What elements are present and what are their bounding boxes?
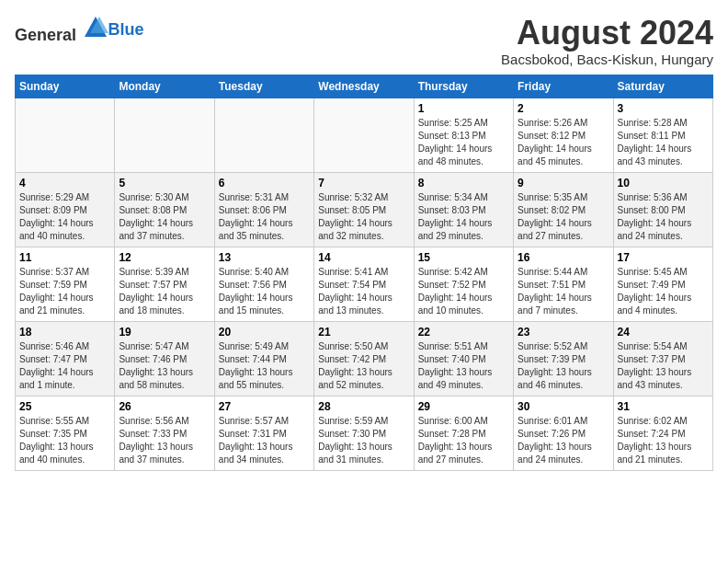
calendar-cell: 13Sunrise: 5:40 AM Sunset: 7:56 PM Dayli… — [214, 247, 313, 321]
day-detail: Sunrise: 6:01 AM Sunset: 7:26 PM Dayligh… — [518, 415, 609, 466]
day-number: 1 — [418, 102, 509, 115]
calendar-cell: 27Sunrise: 5:57 AM Sunset: 7:31 PM Dayli… — [214, 396, 313, 470]
calendar-cell: 23Sunrise: 5:52 AM Sunset: 7:39 PM Dayli… — [514, 321, 613, 396]
day-number: 4 — [19, 177, 110, 190]
logo: General Blue — [15, 15, 144, 45]
calendar-cell: 9Sunrise: 5:35 AM Sunset: 8:02 PM Daylig… — [514, 172, 613, 247]
calendar-cell: 29Sunrise: 6:00 AM Sunset: 7:28 PM Dayli… — [414, 396, 513, 470]
day-detail: Sunrise: 5:40 AM Sunset: 7:56 PM Dayligh… — [219, 266, 310, 317]
day-number: 5 — [119, 177, 210, 190]
day-number: 23 — [518, 326, 609, 339]
day-number: 13 — [219, 251, 310, 264]
day-detail: Sunrise: 5:42 AM Sunset: 7:52 PM Dayligh… — [418, 266, 509, 317]
logo-icon — [83, 15, 108, 40]
day-detail: Sunrise: 5:56 AM Sunset: 7:33 PM Dayligh… — [119, 415, 210, 466]
day-detail: Sunrise: 5:46 AM Sunset: 7:47 PM Dayligh… — [19, 340, 110, 392]
calendar-cell: 12Sunrise: 5:39 AM Sunset: 7:57 PM Dayli… — [115, 247, 214, 321]
page-header: General Blue August 2024 Bacsbokod, Bacs… — [15, 15, 713, 67]
day-detail: Sunrise: 5:30 AM Sunset: 8:08 PM Dayligh… — [119, 191, 210, 243]
calendar-cell — [214, 98, 313, 172]
calendar-subtitle: Bacsbokod, Bacs-Kiskun, Hungary — [501, 52, 713, 67]
weekday-header: Wednesday — [314, 75, 414, 98]
day-number: 28 — [318, 400, 409, 413]
calendar-cell: 2Sunrise: 5:26 AM Sunset: 8:12 PM Daylig… — [514, 98, 613, 172]
day-detail: Sunrise: 5:34 AM Sunset: 8:03 PM Dayligh… — [418, 191, 509, 243]
day-number: 8 — [418, 177, 509, 190]
day-number: 17 — [618, 251, 709, 264]
calendar-body: 1Sunrise: 5:25 AM Sunset: 8:13 PM Daylig… — [16, 98, 713, 470]
calendar-week-row: 25Sunrise: 5:55 AM Sunset: 7:35 PM Dayli… — [16, 396, 713, 470]
day-number: 27 — [219, 400, 310, 413]
calendar-cell — [16, 98, 115, 172]
day-detail: Sunrise: 5:28 AM Sunset: 8:11 PM Dayligh… — [618, 117, 709, 168]
calendar-week-row: 18Sunrise: 5:46 AM Sunset: 7:47 PM Dayli… — [16, 321, 713, 396]
day-number: 20 — [219, 326, 310, 339]
calendar-cell: 26Sunrise: 5:56 AM Sunset: 7:33 PM Dayli… — [115, 396, 214, 470]
day-number: 11 — [19, 251, 110, 264]
day-detail: Sunrise: 5:32 AM Sunset: 8:05 PM Dayligh… — [318, 191, 409, 243]
day-number: 3 — [618, 102, 709, 115]
calendar-cell: 19Sunrise: 5:47 AM Sunset: 7:46 PM Dayli… — [115, 321, 214, 396]
calendar-cell: 22Sunrise: 5:51 AM Sunset: 7:40 PM Dayli… — [414, 321, 513, 396]
day-detail: Sunrise: 5:44 AM Sunset: 7:51 PM Dayligh… — [518, 266, 609, 317]
calendar-cell: 28Sunrise: 5:59 AM Sunset: 7:30 PM Dayli… — [314, 396, 414, 470]
day-detail: Sunrise: 5:55 AM Sunset: 7:35 PM Dayligh… — [19, 415, 110, 466]
calendar-cell: 31Sunrise: 6:02 AM Sunset: 7:24 PM Dayli… — [613, 396, 712, 470]
weekday-header: Saturday — [613, 75, 712, 98]
day-number: 26 — [119, 400, 210, 413]
day-number: 7 — [318, 177, 409, 190]
day-detail: Sunrise: 5:29 AM Sunset: 8:09 PM Dayligh… — [19, 191, 110, 243]
logo-general-text: General — [15, 26, 76, 44]
calendar-cell — [115, 98, 214, 172]
day-number: 15 — [418, 251, 509, 264]
calendar-title: August 2024 — [501, 15, 713, 52]
calendar-cell: 16Sunrise: 5:44 AM Sunset: 7:51 PM Dayli… — [514, 247, 613, 321]
day-detail: Sunrise: 5:36 AM Sunset: 8:00 PM Dayligh… — [618, 191, 709, 243]
day-number: 12 — [119, 251, 210, 264]
weekday-header: Monday — [115, 75, 214, 98]
day-number: 30 — [518, 400, 609, 413]
day-detail: Sunrise: 5:45 AM Sunset: 7:49 PM Dayligh… — [618, 266, 709, 317]
calendar-cell: 20Sunrise: 5:49 AM Sunset: 7:44 PM Dayli… — [214, 321, 313, 396]
calendar-cell: 24Sunrise: 5:54 AM Sunset: 7:37 PM Dayli… — [613, 321, 712, 396]
day-detail: Sunrise: 5:57 AM Sunset: 7:31 PM Dayligh… — [219, 415, 310, 466]
calendar-cell: 3Sunrise: 5:28 AM Sunset: 8:11 PM Daylig… — [613, 98, 712, 172]
day-detail: Sunrise: 5:25 AM Sunset: 8:13 PM Dayligh… — [418, 117, 509, 168]
calendar-table: SundayMondayTuesdayWednesdayThursdayFrid… — [15, 75, 713, 471]
calendar-cell: 30Sunrise: 6:01 AM Sunset: 7:26 PM Dayli… — [514, 396, 613, 470]
calendar-cell: 10Sunrise: 5:36 AM Sunset: 8:00 PM Dayli… — [613, 172, 712, 247]
day-detail: Sunrise: 5:51 AM Sunset: 7:40 PM Dayligh… — [418, 340, 509, 392]
weekday-header: Thursday — [414, 75, 513, 98]
day-detail: Sunrise: 6:02 AM Sunset: 7:24 PM Dayligh… — [618, 415, 709, 466]
day-number: 25 — [19, 400, 110, 413]
day-detail: Sunrise: 5:50 AM Sunset: 7:42 PM Dayligh… — [318, 340, 409, 392]
calendar-cell: 4Sunrise: 5:29 AM Sunset: 8:09 PM Daylig… — [16, 172, 115, 247]
day-detail: Sunrise: 5:47 AM Sunset: 7:46 PM Dayligh… — [119, 340, 210, 392]
day-detail: Sunrise: 5:54 AM Sunset: 7:37 PM Dayligh… — [618, 340, 709, 392]
day-detail: Sunrise: 5:52 AM Sunset: 7:39 PM Dayligh… — [518, 340, 609, 392]
day-detail: Sunrise: 5:35 AM Sunset: 8:02 PM Dayligh… — [518, 191, 609, 243]
calendar-cell — [314, 98, 414, 172]
day-detail: Sunrise: 5:49 AM Sunset: 7:44 PM Dayligh… — [219, 340, 310, 392]
calendar-cell: 7Sunrise: 5:32 AM Sunset: 8:05 PM Daylig… — [314, 172, 414, 247]
calendar-cell: 5Sunrise: 5:30 AM Sunset: 8:08 PM Daylig… — [115, 172, 214, 247]
day-number: 31 — [618, 400, 709, 413]
calendar-week-row: 1Sunrise: 5:25 AM Sunset: 8:13 PM Daylig… — [16, 98, 713, 172]
calendar-cell: 8Sunrise: 5:34 AM Sunset: 8:03 PM Daylig… — [414, 172, 513, 247]
calendar-cell: 14Sunrise: 5:41 AM Sunset: 7:54 PM Dayli… — [314, 247, 414, 321]
calendar-header-row: SundayMondayTuesdayWednesdayThursdayFrid… — [16, 75, 713, 98]
day-detail: Sunrise: 6:00 AM Sunset: 7:28 PM Dayligh… — [418, 415, 509, 466]
day-number: 29 — [418, 400, 509, 413]
day-number: 14 — [318, 251, 409, 264]
day-detail: Sunrise: 5:37 AM Sunset: 7:59 PM Dayligh… — [19, 266, 110, 317]
calendar-cell: 18Sunrise: 5:46 AM Sunset: 7:47 PM Dayli… — [16, 321, 115, 396]
logo-blue-text: Blue — [108, 20, 144, 39]
title-area: August 2024 Bacsbokod, Bacs-Kiskun, Hung… — [501, 15, 713, 67]
day-number: 24 — [618, 326, 709, 339]
calendar-cell: 25Sunrise: 5:55 AM Sunset: 7:35 PM Dayli… — [16, 396, 115, 470]
calendar-cell: 21Sunrise: 5:50 AM Sunset: 7:42 PM Dayli… — [314, 321, 414, 396]
calendar-cell: 11Sunrise: 5:37 AM Sunset: 7:59 PM Dayli… — [16, 247, 115, 321]
day-detail: Sunrise: 5:31 AM Sunset: 8:06 PM Dayligh… — [219, 191, 310, 243]
calendar-week-row: 4Sunrise: 5:29 AM Sunset: 8:09 PM Daylig… — [16, 172, 713, 247]
day-detail: Sunrise: 5:41 AM Sunset: 7:54 PM Dayligh… — [318, 266, 409, 317]
